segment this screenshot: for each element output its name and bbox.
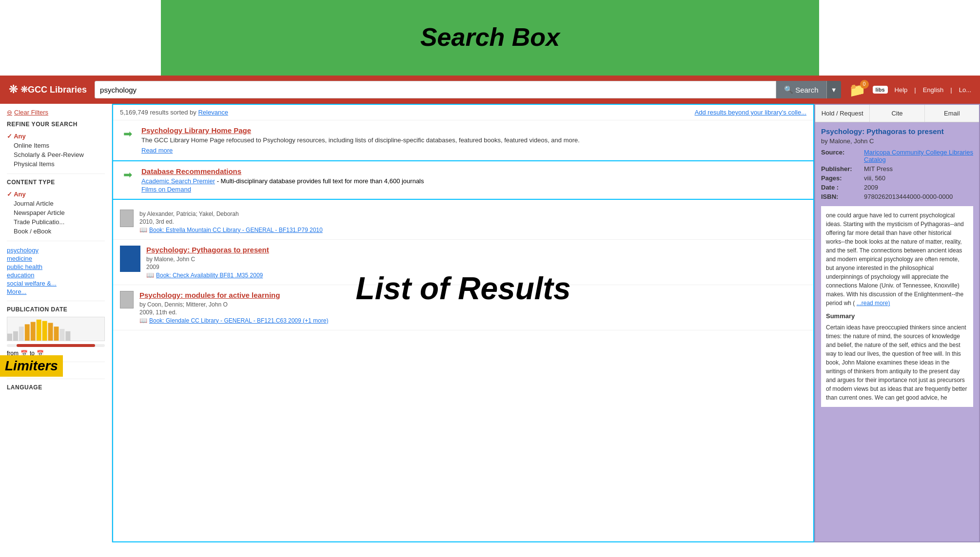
sidebar-actions: Hold / Request Cite Email [815,105,979,122]
sidebar-desc-area: one could argue have led to current psyc… [821,206,973,407]
topic-education[interactable]: education [7,271,105,279]
sidebar-filter-online[interactable]: Online Items [7,141,105,150]
book-icon-gray-1 [120,210,134,227]
topbar-right: 📁 0 libs Help | English | Lo... [849,82,971,98]
topic-social-welfare[interactable]: social welfare &... [7,279,105,288]
result-arrow-icon-2: ➡ [120,167,136,183]
results-area: 5,169,749 results sorted by Relevance Ad… [112,104,814,542]
search-input[interactable] [95,81,776,98]
search-dropdown-button[interactable]: ▼ [826,81,841,98]
arrow-icon-2: ➡ [123,169,132,181]
sidebar-filter-physical[interactable]: Physical Items [7,159,105,169]
result-location-link-alexander[interactable]: Book: Estrella Mountain CC Library - GEN… [149,227,323,233]
help-link[interactable]: Help [895,86,908,94]
svg-rect-5 [37,320,41,341]
pub-date-title: PUBLICATION DATE [7,306,105,313]
main-layout: ⊖ Clear Filters REFINE YOUR SEARCH Any O… [0,104,980,542]
result-year-alexander: 2010, 3rd ed. [139,218,806,225]
academic-search-premier-link[interactable]: Academic Search Premier [141,177,215,185]
sidebar-filter-scholarly[interactable]: Scholarly & Peer-Review [7,150,105,159]
result-location-alexander: 📖 Book: Estrella Mountain CC Library - G… [139,226,806,233]
sidebar-book-title[interactable]: Psychology: Pythagoras to present [815,122,979,137]
result-year-malone: 2009 [146,264,806,270]
results-count: 5,169,749 results sorted by Relevance [120,109,228,116]
result-location-link-malone[interactable]: Book: Check Availability BF81 .M35 2009 [156,272,263,279]
clear-filters-link[interactable]: ⊖ Clear Filters [7,109,105,116]
result-content-1: Psychology Library Home Page The GCC Lib… [141,126,806,154]
topic-more[interactable]: More... [7,288,105,296]
read-more-link[interactable]: ...read more) [857,300,890,307]
topbar-logo: ❊ ❊GCC Libraries [9,83,87,96]
sidebar-author: by Malone, John C [815,137,979,148]
read-more-link-1[interactable]: Read more [141,147,173,154]
hold-request-button[interactable]: Hold / Request [815,105,870,122]
source-value[interactable]: Maricopa Community College Libraries Cat… [864,149,973,163]
sidebar-content-newspaper[interactable]: Newspaper Article [7,208,105,217]
sidebar-date-row: Date : 2009 [815,183,979,192]
svg-rect-7 [48,323,53,341]
films-on-demand: Films on Demand [141,186,806,193]
result-location-malone: 📖 Book: Check Availability BF81 .M35 200… [146,271,806,279]
results-header: 5,169,749 results sorted by Relevance Ad… [113,105,813,120]
search-btn-label: Search [795,86,819,94]
authors-text-malone: by Malone, John C [146,256,195,263]
clear-icon: ⊖ [7,109,12,116]
arrow-icon: ➡ [123,128,132,140]
topic-psychology[interactable]: psychology [7,246,105,254]
svg-rect-8 [54,327,59,341]
svg-rect-4 [31,322,36,341]
sidebar-content-book[interactable]: Book / eBook [7,227,105,236]
sort-by-link[interactable]: Relevance [198,109,228,116]
result-title-1[interactable]: Psychology Library Home Page [141,126,806,134]
book-icon-sm-2: 📖 [146,271,154,279]
language-selector[interactable]: English [923,86,944,94]
result-desc-1: The GCC Library Home Page refocused to P… [141,136,806,144]
results-count-text: 5,169,749 results sorted by [120,109,196,116]
add-results-link[interactable]: Add results beyond your library's colle.… [695,109,806,116]
search-box-banner-title: Search Box [420,22,560,52]
result-location-link-coon[interactable]: Book: Glendale CC Library - GENERAL - BF… [149,317,328,324]
sidebar-source-row: Source: Maricopa Community College Libra… [815,148,979,164]
book-icon-gray-2 [120,291,134,308]
sidebar-content-journal[interactable]: Journal Article [7,199,105,208]
pages-label: Pages: [821,174,860,182]
clear-filters-label: Clear Filters [14,109,48,116]
topbar-search-wrap: 🔍 Search ▼ [95,81,841,98]
result-item-coon: Psychology: modules for active learning … [113,285,813,330]
sidebar-filter-any[interactable]: Any [7,132,105,141]
result-title-2[interactable]: Database Recommendations [141,167,806,175]
search-button[interactable]: 🔍 Search [776,81,826,98]
films-on-demand-link[interactable]: Films on Demand [141,186,191,193]
book-icon-sm-1: 📖 [139,226,147,233]
title-coon: : modules for active learning [180,291,280,299]
topic-medicine[interactable]: medicine [7,254,105,263]
svg-rect-10 [65,331,70,341]
date-label: Date : [821,184,860,191]
sidebar-content-any[interactable]: Any [7,190,105,199]
email-button[interactable]: Email [925,105,979,122]
login-link[interactable]: Lo... [959,86,971,94]
refine-search-title: REFINE YOUR SEARCH [7,121,105,128]
content-type-title: CONTENT TYPE [7,179,105,186]
svg-rect-0 [7,334,12,341]
title-malone: : Pythagoras to present [187,246,269,254]
result-item-databases: ➡ Database Recommendations Academic Sear… [113,161,813,200]
sidebar-content-trade[interactable]: Trade Publicatio... [7,217,105,227]
svg-rect-6 [42,321,47,341]
topbar-logo-text: ❊GCC Libraries [20,84,87,95]
date-value: 2009 [864,184,878,191]
result-item-alexander: by Alexander, Patricia; Yakel, Deborah 2… [113,204,813,240]
cite-button[interactable]: Cite [870,105,924,122]
sidebar-pages-row: Pages: viii, 560 [815,173,979,183]
folder-badge: 0 [860,80,869,89]
result-title-coon[interactable]: Psychology: modules for active learning [139,291,806,299]
isbn-value: 9780262013444000-0000-0000 [864,193,953,200]
snowflake-icon: ❊ [9,83,18,96]
result-location-coon: 📖 Book: Glendale CC Library - GENERAL - … [139,317,806,324]
sidebar-summary-title: Summary [826,311,968,321]
result-db-list: Academic Search Premier - Multi-discipli… [141,177,806,185]
result-title-malone[interactable]: Psychology: Pythagoras to present [146,246,806,254]
result-authors-malone: by Malone, John C [146,256,806,263]
date-section: from 📅 to 📅 [7,317,105,357]
topic-public-health[interactable]: public health [7,263,105,271]
